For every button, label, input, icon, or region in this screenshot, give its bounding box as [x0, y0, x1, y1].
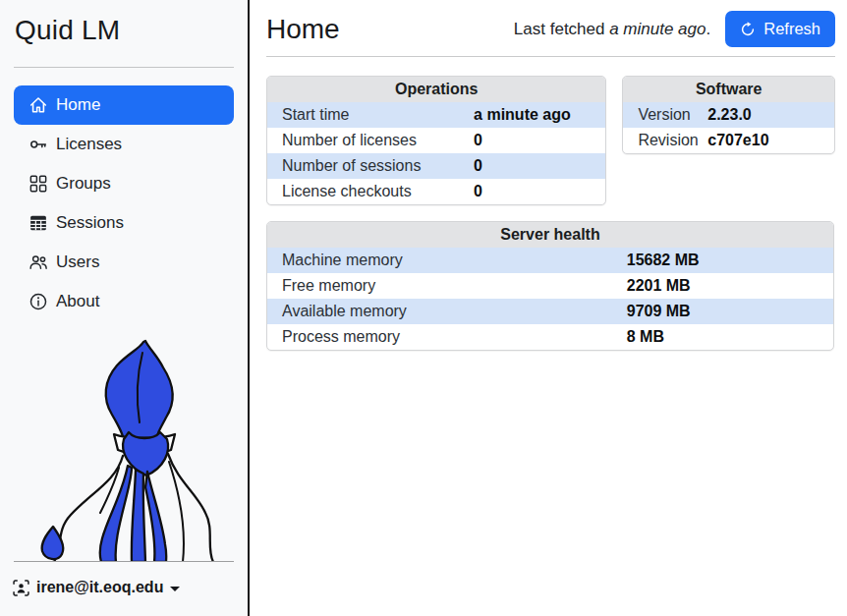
server-health-table: Server health Machine memory15682 MBFree… [266, 221, 834, 351]
row-label: Revision [623, 128, 707, 153]
row-label: Process memory [267, 324, 627, 350]
sidebar-bottom-divider [14, 561, 234, 562]
row-label: Start time [267, 102, 474, 128]
main-content: Home Last fetched a minute ago. Refresh … [250, 0, 847, 616]
row-label: Number of sessions [267, 153, 474, 179]
header-actions: Last fetched a minute ago. Refresh [514, 11, 835, 47]
row-label: Available memory [267, 299, 627, 324]
last-fetched-text: Last fetched a minute ago. [514, 20, 710, 39]
row-label: License checkouts [267, 179, 474, 204]
sidebar-divider [14, 67, 234, 68]
row-value: 0 [474, 153, 605, 179]
sidebar-item-groups[interactable]: Groups [14, 164, 234, 203]
row-value: 8 MB [627, 324, 833, 350]
table-row: Machine memory15682 MB [267, 248, 833, 273]
sidebar-item-label: About [56, 292, 99, 311]
sidebar-item-home[interactable]: Home [14, 85, 234, 125]
software-table: Software Version2.23.0Revisionc707e10 [622, 76, 835, 154]
caret-down-icon [170, 587, 180, 591]
table-row: License checkouts0 [267, 179, 605, 204]
grid-icon [29, 175, 47, 193]
table-row: Version2.23.0 [623, 102, 834, 128]
sidebar-item-users[interactable]: Users [14, 243, 234, 282]
table-row: Revisionc707e10 [623, 128, 834, 153]
row-value: 2201 MB [627, 273, 833, 299]
table-title: Server health [267, 222, 833, 248]
page-title: Home [266, 14, 340, 45]
row-value: 0 [474, 128, 605, 153]
squid-illustration [28, 338, 224, 562]
last-fetched-value: a minute ago [609, 20, 706, 38]
table-row: Number of licenses0 [267, 128, 605, 153]
table-row: Free memory2201 MB [267, 273, 833, 299]
row-value: a minute ago [474, 102, 605, 128]
person-badge-icon [13, 580, 29, 596]
row-value: 9709 MB [627, 299, 833, 324]
table-row: Start timea minute ago [267, 102, 605, 128]
table-row: Available memory9709 MB [267, 299, 833, 324]
row-value: c707e10 [707, 128, 834, 153]
user-email: irene@it.eoq.edu [36, 579, 163, 596]
row-value: 15682 MB [627, 248, 833, 273]
row-label: Number of licenses [267, 128, 474, 153]
row-label: Free memory [267, 273, 627, 299]
house-icon [29, 96, 47, 114]
refresh-label: Refresh [763, 20, 820, 38]
table-row: Process memory8 MB [267, 324, 833, 350]
refresh-icon [740, 22, 756, 37]
info-icon [29, 293, 47, 310]
sidebar-item-label: Groups [56, 174, 111, 194]
table-title: Operations [267, 77, 605, 102]
sidebar: Quid LM Home Licenses [0, 0, 248, 616]
app-title: Quid LM [0, 0, 248, 46]
people-icon [29, 253, 47, 271]
row-value: 0 [474, 179, 605, 204]
header-divider [266, 56, 835, 57]
sidebar-item-licenses[interactable]: Licenses [14, 125, 234, 164]
sidebar-item-sessions[interactable]: Sessions [14, 203, 234, 243]
sidebar-item-label: Licenses [56, 135, 122, 154]
table-row: Number of sessions0 [267, 153, 605, 179]
sidebar-nav: Home Licenses Groups [0, 85, 248, 321]
refresh-button[interactable]: Refresh [725, 11, 835, 47]
operations-table: Operations Start timea minute agoNumber … [266, 76, 606, 205]
row-value: 2.23.0 [707, 102, 834, 128]
page-header: Home Last fetched a minute ago. Refresh [266, 11, 835, 47]
row-label: Machine memory [267, 248, 627, 273]
row-label: Version [623, 102, 707, 128]
table-title: Software [623, 77, 834, 102]
table-icon [29, 214, 47, 232]
sidebar-item-label: Home [56, 95, 100, 115]
sidebar-item-about[interactable]: About [14, 282, 234, 321]
user-menu[interactable]: irene@it.eoq.edu [13, 579, 180, 596]
sidebar-item-label: Users [56, 252, 99, 272]
key-icon [29, 136, 47, 153]
summary-tables-row: Operations Start timea minute agoNumber … [266, 76, 835, 205]
sidebar-item-label: Sessions [56, 213, 124, 233]
